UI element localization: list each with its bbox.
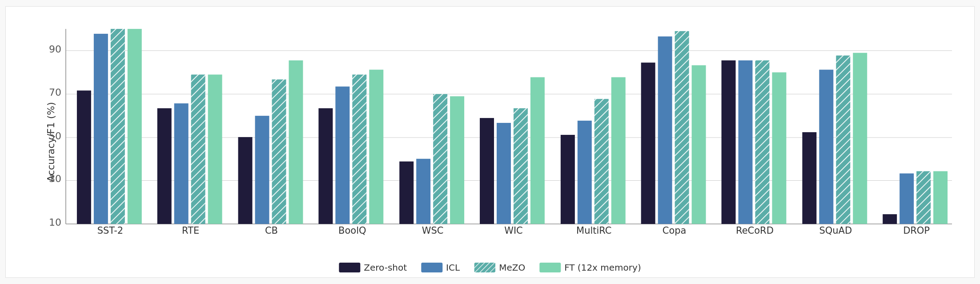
bar [772, 73, 786, 224]
bar [191, 74, 205, 224]
chart-container: Accuracy/F1 (%) 10 [5, 6, 975, 278]
bar [802, 132, 816, 224]
svg-text:BoolQ: BoolQ [338, 225, 366, 236]
bar [641, 63, 655, 224]
legend-label-icl: ICL [446, 262, 460, 273]
chart-area: 10 30 50 70 90 SST-2 [41, 20, 956, 237]
bar [836, 56, 850, 224]
bar [174, 103, 189, 224]
bar [658, 37, 672, 224]
svg-rect-29 [474, 263, 495, 272]
legend-icl: ICL [421, 262, 460, 273]
legend-ft: FT (12x memory) [539, 262, 641, 273]
chart-legend: Zero-shot ICL MeZO FT (12x memory) [339, 262, 641, 273]
bar [433, 94, 447, 224]
svg-text:DROP: DROP [903, 225, 930, 236]
svg-text:WSC: WSC [422, 225, 444, 236]
svg-text:ReCoRD: ReCoRD [736, 225, 774, 236]
legend-label-ft: FT (12x memory) [564, 262, 641, 273]
bar [514, 108, 528, 224]
bar [77, 90, 91, 224]
bar [916, 171, 931, 224]
legend-label-mezo: MeZO [499, 262, 525, 273]
bar [722, 61, 736, 224]
bar [530, 77, 545, 224]
bar [900, 174, 914, 224]
bar [128, 29, 142, 224]
legend-mezo: MeZO [474, 262, 525, 273]
bar [94, 34, 108, 224]
svg-text:30: 30 [49, 174, 61, 185]
bar [561, 135, 575, 224]
bar [578, 121, 592, 224]
legend-swatch-zero-shot [339, 263, 360, 272]
bar [497, 123, 511, 224]
bar [157, 108, 172, 224]
bar [272, 79, 286, 224]
bar [738, 61, 752, 224]
main-chart-svg: 10 30 50 70 90 SST-2 [41, 20, 956, 237]
svg-text:50: 50 [49, 130, 61, 142]
svg-text:10: 10 [49, 217, 61, 228]
bar [318, 108, 333, 224]
legend-label-zero-shot: Zero-shot [364, 262, 407, 273]
bar [399, 162, 414, 224]
bar [335, 86, 349, 224]
bar [480, 118, 494, 224]
bar [352, 74, 366, 224]
bar [883, 214, 897, 224]
bar [416, 159, 430, 224]
bar [255, 116, 269, 224]
legend-swatch-mezo [474, 263, 495, 272]
legend-swatch-ft [539, 263, 561, 272]
svg-text:RTE: RTE [182, 225, 199, 236]
bar [289, 61, 303, 224]
svg-text:WIC: WIC [504, 225, 523, 236]
svg-text:90: 90 [49, 44, 61, 55]
bar [594, 99, 609, 224]
bar [933, 171, 948, 224]
bar [611, 77, 626, 224]
legend-swatch-icl [421, 263, 442, 272]
svg-text:CB: CB [265, 225, 278, 236]
svg-text:70: 70 [49, 87, 61, 98]
bar [450, 96, 464, 224]
bar [853, 53, 867, 224]
bar [692, 65, 706, 224]
bar [755, 61, 769, 224]
svg-text:SST-2: SST-2 [97, 225, 123, 236]
bar [208, 74, 222, 224]
svg-text:MultiRC: MultiRC [576, 225, 611, 236]
bar [819, 70, 833, 224]
bar [675, 31, 689, 224]
bar [111, 29, 125, 224]
bar [238, 137, 253, 224]
bar [369, 70, 383, 224]
svg-text:SQuAD: SQuAD [819, 225, 852, 236]
legend-zero-shot: Zero-shot [339, 262, 407, 273]
svg-text:Copa: Copa [663, 225, 687, 236]
